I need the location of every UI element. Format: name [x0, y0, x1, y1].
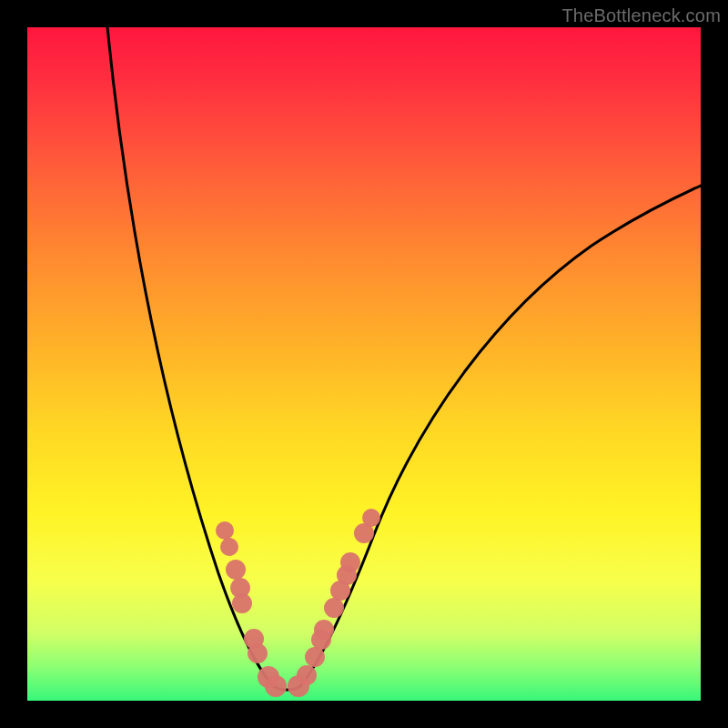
marker-point — [362, 509, 380, 527]
marker-point — [297, 665, 317, 685]
curve-right-arm — [300, 186, 701, 686]
marker-point — [232, 593, 252, 613]
marker-point — [226, 560, 246, 580]
marker-point — [248, 643, 268, 663]
chart-frame: TheBottleneck.com — [0, 0, 728, 728]
marker-point — [305, 647, 325, 667]
marker-point — [265, 675, 287, 697]
chart-svg — [27, 27, 701, 701]
marker-point — [220, 538, 238, 556]
marker-point — [340, 552, 360, 572]
plot-area — [27, 27, 701, 701]
marker-point — [216, 521, 234, 540]
watermark-text: TheBottleneck.com — [561, 5, 721, 26]
marker-point — [324, 598, 344, 618]
marker-point — [314, 620, 334, 640]
